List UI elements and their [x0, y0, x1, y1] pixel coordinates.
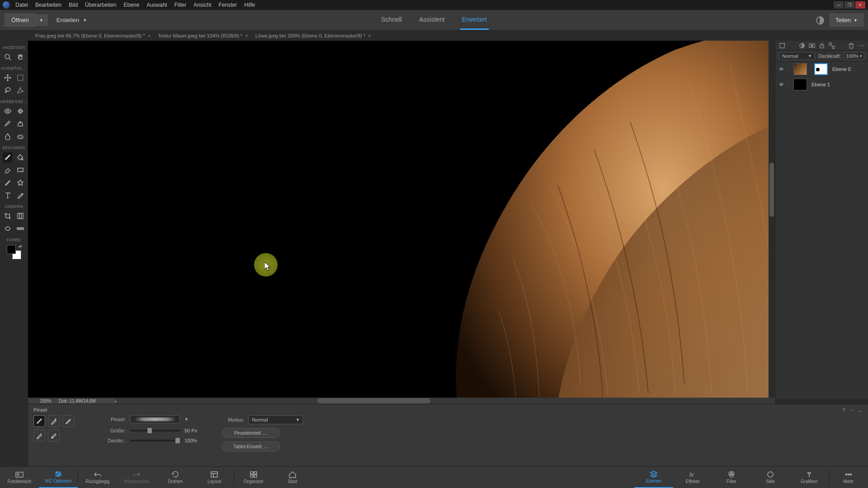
- close-icon[interactable]: ×: [245, 33, 248, 38]
- spot-heal-tool-icon[interactable]: [15, 106, 25, 116]
- layer-blend-mode-select[interactable]: Normal▼: [779, 52, 815, 60]
- menu-datei[interactable]: Datei: [15, 2, 28, 8]
- help-icon[interactable]: ?: [842, 407, 845, 413]
- bottom-wiederholen[interactable]: Wiederholen: [117, 467, 156, 488]
- opacity-slider[interactable]: [130, 440, 180, 441]
- chevron-down-icon[interactable]: ▼: [184, 417, 189, 422]
- bottom-layout[interactable]: Layout: [195, 467, 234, 488]
- bottom-effekte[interactable]: fxEffekte: [673, 467, 712, 488]
- visibility-toggle-icon[interactable]: 👁: [778, 82, 784, 87]
- brush-variant-detail[interactable]: [62, 415, 74, 427]
- layer-mask-icon[interactable]: [809, 42, 815, 49]
- more-icon[interactable]: ⋯: [849, 407, 854, 413]
- brush-tool-icon[interactable]: [3, 152, 13, 162]
- bottom-grafiken[interactable]: Grafiken: [790, 467, 829, 488]
- doc-info-arrow-icon[interactable]: ▸: [115, 399, 118, 404]
- horizontal-scrollbar[interactable]: [317, 398, 430, 404]
- pencil-tool-icon[interactable]: [15, 190, 25, 200]
- clone-stamp-tool-icon[interactable]: [15, 119, 25, 129]
- eraser-tool-icon[interactable]: [3, 165, 13, 175]
- blur-tool-icon[interactable]: [3, 131, 13, 141]
- size-slider[interactable]: [130, 430, 180, 432]
- close-button[interactable]: ✕: [855, 1, 865, 9]
- share-button[interactable]: Teilen▼: [830, 14, 863, 27]
- foreground-color[interactable]: [7, 245, 16, 254]
- paint-bucket-tool-icon[interactable]: [15, 152, 25, 162]
- close-icon[interactable]: ×: [148, 33, 151, 38]
- theme-toggle-icon[interactable]: [816, 16, 824, 24]
- straighten-tool-icon[interactable]: [15, 224, 25, 234]
- sponge-tool-icon[interactable]: [15, 131, 25, 141]
- menu-ebene[interactable]: Ebene: [123, 2, 139, 8]
- lock-indicator[interactable]: ⋮: [786, 66, 792, 71]
- maximize-button[interactable]: ❐: [844, 1, 854, 9]
- layer-row-1[interactable]: 👁 ⋮ Ebene 1: [775, 77, 868, 92]
- menu-filter[interactable]: Filter: [175, 2, 187, 8]
- bottom-ebenen[interactable]: Ebenen: [634, 467, 673, 488]
- brush-variant-impressionist[interactable]: [48, 415, 60, 427]
- layer-thumbnail[interactable]: [793, 79, 807, 90]
- bottom-mehr[interactable]: Mehr: [829, 467, 868, 488]
- bottom-rueckgaengig[interactable]: Rückgängig: [78, 467, 117, 488]
- gradient-tool-icon[interactable]: [15, 165, 25, 175]
- new-layer-icon[interactable]: [779, 42, 785, 49]
- crop-tool-icon[interactable]: [3, 211, 13, 221]
- brush-settings-button[interactable]: Pinseleinstell. …: [222, 428, 280, 438]
- menu-ansicht[interactable]: Ansicht: [193, 2, 211, 8]
- lock-indicator[interactable]: ⋮: [786, 82, 792, 87]
- bottom-fotobereich[interactable]: Fotobereich: [0, 467, 39, 488]
- visibility-toggle-icon[interactable]: 👁: [778, 66, 784, 72]
- layer-thumbnail[interactable]: [793, 63, 807, 75]
- bottom-filter[interactable]: Filter: [712, 467, 751, 488]
- size-value[interactable]: 50 Px: [184, 428, 197, 433]
- brush-variant-brush[interactable]: [33, 415, 45, 427]
- menu-hilfe[interactable]: Hilfe: [244, 2, 255, 8]
- layer-name[interactable]: Ebene 0: [832, 66, 851, 72]
- adjustment-layer-icon[interactable]: [799, 42, 805, 49]
- bottom-drehen[interactable]: Drehen: [156, 467, 195, 488]
- open-button[interactable]: Öffnen: [5, 14, 36, 27]
- mode-guided[interactable]: Assistent: [417, 10, 447, 30]
- content-aware-tool-icon[interactable]: [3, 224, 13, 234]
- delete-layer-icon[interactable]: [848, 42, 854, 49]
- text-tool-icon[interactable]: [3, 190, 13, 200]
- lasso-tool-icon[interactable]: [3, 85, 13, 95]
- menu-bearbeiten[interactable]: Bearbeiten: [35, 2, 61, 8]
- vertical-scrollbar[interactable]: [769, 41, 775, 399]
- tablet-settings-button[interactable]: Tablet-Einstell. …: [222, 441, 280, 451]
- layer-row-0[interactable]: 👁 ⋮ ⋮ Ebene 0: [775, 61, 868, 77]
- minimize-button[interactable]: —: [834, 1, 844, 9]
- close-icon[interactable]: ×: [368, 33, 371, 38]
- lock-layer-icon[interactable]: [819, 42, 825, 49]
- hand-tool-icon[interactable]: [15, 52, 25, 62]
- open-dropdown[interactable]: ▼: [36, 14, 47, 26]
- bottom-organizer[interactable]: Organizer: [234, 467, 273, 488]
- doc-tab-2[interactable]: Löwe.jpeg bei 200% (Ebene 0, Ebenenmaske…: [252, 33, 375, 38]
- brush-variant-pencil[interactable]: [33, 430, 45, 441]
- zoom-tool-icon[interactable]: [3, 52, 13, 62]
- menu-fenster[interactable]: Fenster: [219, 2, 237, 8]
- mask-link-icon[interactable]: ⋮: [809, 63, 812, 75]
- bottom-start[interactable]: Start: [273, 467, 312, 488]
- bottom-stile[interactable]: Stile: [751, 467, 790, 488]
- scrollbar-thumb[interactable]: [769, 163, 774, 217]
- blend-mode-select[interactable]: Normal▼: [249, 415, 303, 424]
- layer-opacity-value[interactable]: 100%▾: [844, 52, 864, 60]
- eyedropper-tool-icon[interactable]: [3, 178, 13, 188]
- bottom-wzoptionen[interactable]: WZ-Optionen: [39, 467, 78, 488]
- mode-quick[interactable]: Schnell: [379, 10, 404, 30]
- collapse-icon[interactable]: ⌄: [858, 407, 863, 413]
- quick-select-tool-icon[interactable]: [15, 85, 25, 95]
- shape-tool-icon[interactable]: [15, 178, 25, 188]
- move-tool-icon[interactable]: [3, 73, 13, 83]
- layer-mask-thumbnail[interactable]: [814, 63, 828, 75]
- brush-variant-replace[interactable]: [48, 430, 60, 441]
- recompose-tool-icon[interactable]: [15, 211, 25, 221]
- menu-ueberarbeiten[interactable]: Überarbeiten: [85, 2, 116, 8]
- menu-bild[interactable]: Bild: [69, 2, 78, 8]
- doc-tab-1[interactable]: Textur Mauer.jpeg bei 104% (RGB/8) *×: [154, 33, 252, 38]
- opacity-value[interactable]: 100%: [184, 438, 197, 443]
- marquee-tool-icon[interactable]: [15, 73, 25, 83]
- color-swatch[interactable]: ⇄: [7, 245, 21, 259]
- layer-name[interactable]: Ebene 1: [811, 82, 830, 87]
